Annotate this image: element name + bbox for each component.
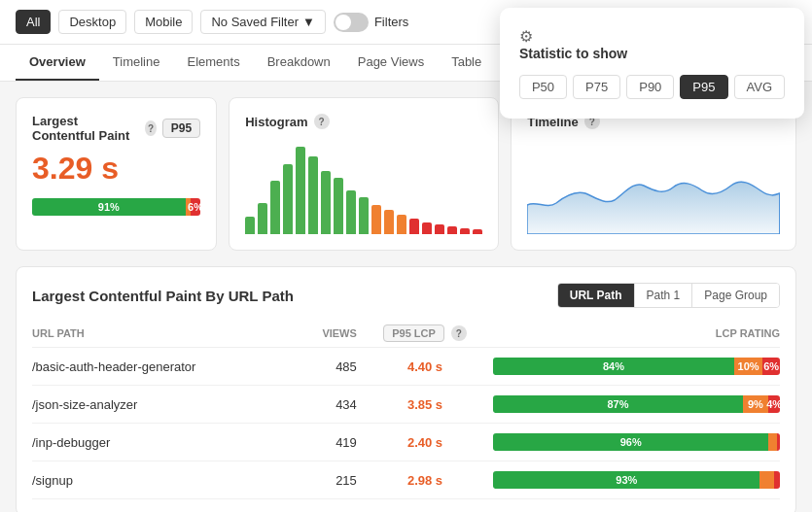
lcp-badge: P95 xyxy=(162,119,200,138)
histogram-bar xyxy=(371,205,381,234)
lcp-rating-bar: 96% xyxy=(493,433,780,451)
table-body: /basic-auth-header-generator4854.40 s84%… xyxy=(32,348,780,499)
histogram-bar xyxy=(296,147,305,234)
table-row: /basic-auth-header-generator4854.40 s84%… xyxy=(32,348,780,386)
histogram-bar xyxy=(435,224,444,234)
saved-filter-dropdown[interactable]: No Saved Filter ▼ xyxy=(200,10,325,34)
table-header-row: URL PATH VIEWS P95 LCP ? LCP RATING xyxy=(32,320,780,348)
table-tab-path1[interactable]: Path 1 xyxy=(635,284,693,307)
timeline-card: Timeline ? xyxy=(511,97,796,251)
table-tab-url-path[interactable]: URL Path xyxy=(558,284,635,307)
cell-views: 215 xyxy=(300,461,357,499)
table-tab-group: URL Path Path 1 Page Group xyxy=(557,283,780,308)
stat-p75[interactable]: P75 xyxy=(573,75,620,99)
toggle-switch[interactable] xyxy=(334,13,369,32)
histogram-bar xyxy=(409,219,419,234)
cell-url-path: /json-size-analyzer xyxy=(32,386,300,424)
stat-buttons: P50 P75 P90 P95 AVG xyxy=(519,75,785,99)
col-views: VIEWS xyxy=(300,320,357,348)
lcp-rating-bar: 93% xyxy=(493,471,780,489)
filters-toggle[interactable]: Filters xyxy=(334,13,408,32)
cell-lcp: 4.40 s xyxy=(357,348,493,386)
tab-page-views[interactable]: Page Views xyxy=(344,45,438,81)
lcp-progress-bar: 91% 6% xyxy=(32,198,200,216)
histogram-bar xyxy=(397,215,406,234)
col-p95lcp: P95 LCP ? xyxy=(357,320,493,348)
cell-views: 485 xyxy=(300,348,357,386)
lcp-rating-bar: 87%9%4% xyxy=(493,395,780,413)
cell-url-path: /inp-debugger xyxy=(32,424,300,461)
table-header: Largest Contentful Paint By URL Path URL… xyxy=(32,283,780,308)
histogram-bar xyxy=(258,203,267,234)
toggle-knob xyxy=(335,15,351,30)
cell-lcp: 3.85 s xyxy=(357,386,493,424)
tab-overview[interactable]: Overview xyxy=(16,45,99,81)
tab-table[interactable]: Table xyxy=(438,45,495,81)
lcp-card-title: Largest Contentful Paint ? P95 xyxy=(32,114,200,143)
histogram-info-icon[interactable]: ? xyxy=(314,114,330,129)
histogram-bar xyxy=(283,164,293,234)
cell-views: 434 xyxy=(300,386,357,424)
filter-mobile[interactable]: Mobile xyxy=(134,10,193,34)
tab-timeline[interactable]: Timeline xyxy=(99,45,174,81)
stat-p90[interactable]: P90 xyxy=(626,75,674,99)
col-lcp-rating: LCP RATING xyxy=(493,320,780,348)
cell-url-path: /signup xyxy=(32,461,300,499)
lcp-good-seg: 91% xyxy=(32,198,186,216)
table-row: /json-size-analyzer4343.85 s87%9%4% xyxy=(32,386,780,424)
histogram-bar xyxy=(473,229,482,234)
histogram-bar xyxy=(321,171,331,234)
stat-p95[interactable]: P95 xyxy=(680,75,727,99)
histogram-bar xyxy=(245,217,255,234)
lcp-rating-bar: 84%10%6% xyxy=(493,358,780,375)
table-tab-page-group[interactable]: Page Group xyxy=(692,284,779,307)
histogram-bar xyxy=(346,190,356,234)
histogram-bar xyxy=(308,156,318,234)
col-url-path: URL PATH xyxy=(32,320,300,348)
histogram-bar xyxy=(447,226,457,234)
tab-breakdown[interactable]: Breakdown xyxy=(254,45,344,81)
cell-lcp-rating: 84%10%6% xyxy=(493,348,780,386)
main-content: Largest Contentful Paint ? P95 3.29 s 91… xyxy=(0,82,812,512)
table-section: Largest Contentful Paint By URL Path URL… xyxy=(16,266,796,512)
cell-views: 419 xyxy=(300,424,357,461)
cell-lcp: 2.40 s xyxy=(357,424,493,461)
cell-lcp-rating: 87%9%4% xyxy=(493,386,780,424)
lcp-bad-seg: 6% xyxy=(191,198,200,216)
table-row: /inp-debugger4192.40 s96% xyxy=(32,424,780,461)
cell-lcp: 2.98 s xyxy=(357,461,493,499)
statistic-popup: ⚙ Statistic to show P50 P75 P90 P95 AVG xyxy=(500,8,804,119)
table-title: Largest Contentful Paint By URL Path xyxy=(32,288,294,304)
popup-title: Statistic to show xyxy=(519,46,785,61)
gear-icon[interactable]: ⚙ xyxy=(519,28,533,45)
histogram-bar xyxy=(359,197,369,234)
stat-p50[interactable]: P50 xyxy=(519,75,567,99)
histogram-bar xyxy=(384,210,394,234)
histogram-title: Histogram ? xyxy=(245,114,482,129)
histogram-bar xyxy=(460,228,470,234)
data-table: URL PATH VIEWS P95 LCP ? LCP RATING /bas… xyxy=(32,320,780,499)
histogram-bar xyxy=(334,178,343,234)
tab-elements[interactable]: Elements xyxy=(173,45,253,81)
histogram-card: Histogram ? xyxy=(229,97,499,251)
cell-url-path: /basic-auth-header-generator xyxy=(32,348,300,386)
histogram-bars xyxy=(245,137,482,234)
histogram-bar xyxy=(270,181,280,234)
timeline-svg xyxy=(527,137,780,234)
lcp-info-icon[interactable]: ? xyxy=(145,120,157,136)
stat-avg[interactable]: AVG xyxy=(734,75,786,99)
timeline-chart xyxy=(527,137,780,234)
filter-all[interactable]: All xyxy=(16,10,51,34)
lcp-value: 3.29 s xyxy=(32,151,200,187)
filter-desktop[interactable]: Desktop xyxy=(58,10,126,34)
histogram-bar xyxy=(422,222,432,234)
cell-lcp-rating: 93% xyxy=(493,461,780,499)
p95lcp-info-icon[interactable]: ? xyxy=(451,325,467,341)
filters-label: Filters xyxy=(374,15,408,29)
cell-lcp-rating: 96% xyxy=(493,424,780,461)
lcp-card: Largest Contentful Paint ? P95 3.29 s 91… xyxy=(16,97,217,251)
chevron-down-icon: ▼ xyxy=(302,15,315,29)
cards-row: Largest Contentful Paint ? P95 3.29 s 91… xyxy=(16,97,796,251)
table-row: /signup2152.98 s93% xyxy=(32,461,780,499)
